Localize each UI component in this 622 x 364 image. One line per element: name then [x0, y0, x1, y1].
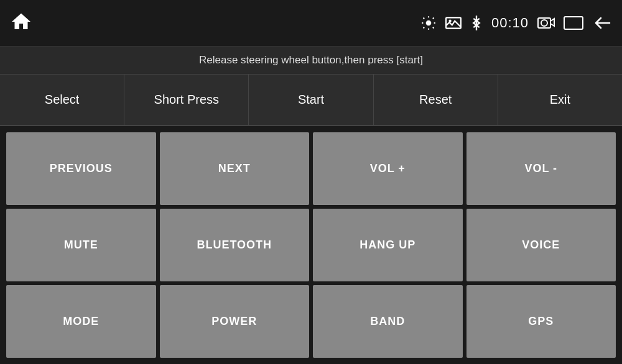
grid-btn-hang-up[interactable]: HANG UP	[313, 209, 463, 281]
grid-btn-band[interactable]: BAND	[313, 285, 463, 358]
back-icon[interactable]	[592, 15, 612, 31]
bluetooth-icon	[470, 15, 483, 31]
grid-btn-mode[interactable]: MODE	[6, 285, 156, 358]
grid-btn-voice[interactable]: VOICE	[466, 209, 616, 281]
screen-icon	[564, 16, 583, 30]
image-icon	[445, 16, 462, 30]
toolbar-btn-start[interactable]: Start	[249, 75, 373, 125]
toolbar: SelectShort PressStartResetExit	[0, 75, 622, 126]
instruction-text: Release steering wheel button,then press…	[199, 54, 423, 66]
svg-point-0	[426, 20, 432, 26]
grid-btn-power[interactable]: POWER	[160, 285, 310, 358]
top-bar: 00:10	[0, 0, 622, 47]
toolbar-btn-reset[interactable]: Reset	[374, 75, 498, 125]
grid-btn-bluetooth[interactable]: BLUETOOTH	[160, 209, 310, 281]
svg-point-5	[541, 20, 547, 26]
svg-point-2	[448, 20, 451, 22]
instruction-bar: Release steering wheel button,then press…	[0, 47, 622, 75]
clock: 00:10	[491, 15, 529, 31]
grid-btn-gps[interactable]: GPS	[466, 285, 616, 358]
brightness-icon	[420, 15, 437, 31]
home-icon[interactable]	[10, 11, 32, 35]
toolbar-btn-select[interactable]: Select	[0, 75, 124, 125]
grid-btn-next[interactable]: NEXT	[160, 132, 310, 205]
camera-icon	[537, 16, 555, 30]
toolbar-btn-exit[interactable]: Exit	[498, 75, 622, 125]
grid-btn-mute[interactable]: MUTE	[6, 209, 156, 281]
button-grid: PREVIOUSNEXTVOL +VOL -MUTEBLUETOOTHHANG …	[0, 126, 622, 364]
grid-btn-vol--[interactable]: VOL -	[466, 132, 616, 205]
grid-btn-vol-+[interactable]: VOL +	[313, 132, 463, 205]
toolbar-btn-short-press[interactable]: Short Press	[124, 75, 249, 125]
svg-rect-6	[564, 17, 583, 29]
grid-btn-previous[interactable]: PREVIOUS	[6, 132, 156, 205]
